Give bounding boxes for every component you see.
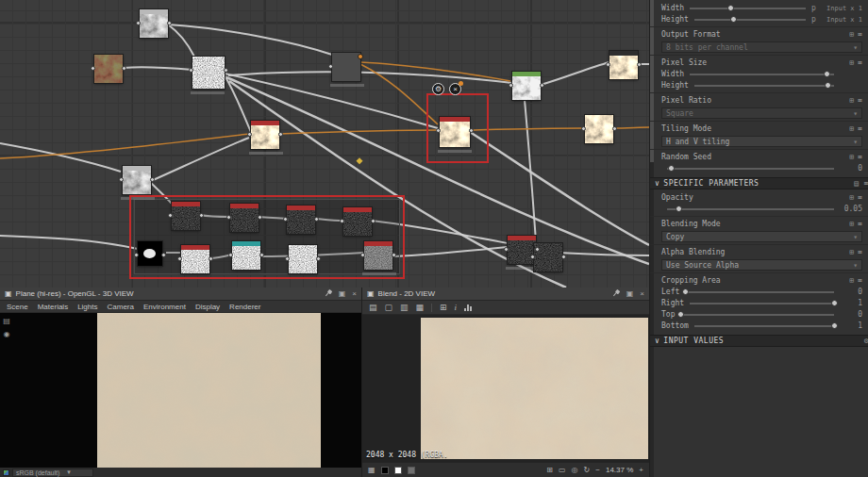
graph-node-noise-light-3[interactable] — [289, 245, 317, 273]
random-seed-slider[interactable] — [667, 165, 834, 173]
crop-right-slider[interactable] — [690, 300, 834, 307]
graph-node-marble[interactable] — [94, 55, 123, 83]
expose-icon[interactable]: ⊞ — [849, 276, 854, 285]
preset-icon[interactable]: ▤ — [854, 179, 859, 188]
graph-node-clouds-2[interactable] — [123, 166, 151, 194]
menu-lights[interactable]: Lights — [77, 303, 97, 311]
histogram-icon[interactable] — [464, 304, 472, 311]
black-background-swatch[interactable] — [381, 467, 389, 474]
size-link-label[interactable]: Input x 1 — [819, 16, 862, 24]
graph-node-output[interactable] — [512, 72, 541, 100]
height-slider[interactable] — [694, 16, 806, 24]
graph-node-uniform-color[interactable] — [332, 53, 360, 81]
camera-icon[interactable]: ◉ — [4, 330, 10, 338]
crop-bottom-slider[interactable] — [694, 322, 834, 330]
param-menu-icon[interactable]: ≡ — [858, 193, 862, 202]
graph-node-grunge-3[interactable] — [287, 206, 315, 234]
graph-node-blend-selected[interactable] — [440, 117, 470, 147]
export-image-icon[interactable]: ▥ — [400, 303, 409, 312]
tiling-mode-select[interactable]: H and V tiling ▾ — [661, 136, 862, 147]
view-3d-titlebar[interactable]: ▣ Plane (hi-res) - OpenGL - 3D VIEW ▣ × — [0, 288, 361, 301]
view-2d-titlebar[interactable]: ▣ Blend - 2D VIEW ▣ × — [362, 288, 649, 301]
section-specific-parameters[interactable]: ∨ SPECIFIC PARAMETERS ▤≡ — [650, 177, 868, 189]
expose-icon[interactable]: ⊞ — [849, 124, 854, 133]
panel-scrollbar[interactable] — [650, 0, 654, 477]
menu-renderer[interactable]: Renderer — [229, 303, 260, 311]
param-menu-icon[interactable]: ≡ — [858, 124, 862, 133]
pin-icon[interactable] — [323, 288, 334, 299]
param-menu-icon[interactable]: ≡ — [858, 30, 862, 39]
graph-node-shape-mask[interactable] — [138, 241, 162, 266]
node-graph-canvas[interactable]: ⚙ × — [0, 0, 649, 288]
graph-node-result[interactable] — [585, 115, 613, 143]
close-icon[interactable]: × — [640, 289, 644, 298]
white-background-swatch[interactable] — [394, 467, 402, 474]
pixel-ratio-select[interactable]: Square ▾ — [661, 107, 862, 119]
size-link-label[interactable]: Input x 1 — [819, 5, 862, 12]
menu-scene[interactable]: Scene — [7, 303, 28, 311]
info-icon[interactable]: i — [455, 303, 458, 312]
expose-icon[interactable]: ⊞ — [849, 220, 854, 228]
section-input-values[interactable]: ∨ INPUT VALUES ⚙ — [650, 335, 868, 347]
colorspace-select[interactable]: sRGB (default) ▾ — [12, 469, 93, 477]
expose-icon[interactable]: ⊞ — [849, 193, 854, 202]
checker-background-icon[interactable]: ▦ — [368, 466, 376, 474]
pin-icon[interactable] — [610, 288, 622, 299]
param-menu-icon[interactable]: ≡ — [858, 96, 862, 105]
zoom-out-button[interactable]: − — [595, 466, 600, 474]
expose-icon[interactable]: ⊞ — [849, 248, 854, 256]
param-menu-icon[interactable]: ≡ — [858, 248, 862, 256]
menu-display[interactable]: Display — [195, 303, 220, 311]
gear-icon[interactable]: ⚙ — [864, 337, 868, 345]
display-mode-icon[interactable]: ▤ — [3, 317, 10, 325]
graph-node-grunge-4[interactable] — [343, 207, 372, 236]
blending-mode-select[interactable]: Copy ▾ — [661, 231, 862, 242]
graph-node-grunge-5[interactable] — [508, 236, 536, 264]
channels-icon[interactable]: ▦ — [416, 303, 425, 312]
close-icon[interactable]: × — [352, 289, 357, 298]
pixel-height-slider[interactable] — [694, 82, 834, 90]
crop-top-slider[interactable] — [680, 311, 834, 319]
opacity-slider[interactable] — [667, 206, 834, 213]
pixel-width-slider[interactable] — [690, 71, 834, 78]
alpha-blending-select[interactable]: Use Source Alpha ▾ — [661, 259, 862, 271]
expose-icon[interactable]: ⊞ — [849, 96, 854, 105]
viewport-3d[interactable]: ▤ ◉ — [0, 313, 361, 468]
crop-left-slider[interactable] — [685, 288, 834, 296]
expose-icon[interactable]: ⊞ — [849, 30, 854, 39]
output-connector-dot[interactable] — [358, 54, 363, 59]
center-view-icon[interactable]: ◎ — [572, 466, 578, 474]
expose-icon[interactable]: ⊞ — [849, 153, 854, 161]
zoom-in-button[interactable]: + — [639, 466, 643, 474]
canvas-2d[interactable]: 2048 x 2048 (RGBA. — [362, 315, 649, 462]
menu-camera[interactable]: Camera — [108, 303, 134, 311]
param-menu-icon[interactable]: ≡ — [858, 58, 862, 67]
graph-node-noise-light-2[interactable] — [232, 241, 260, 270]
save-image-icon[interactable]: ▤ — [369, 303, 377, 312]
graph-node-beige[interactable] — [609, 51, 638, 79]
menu-environment[interactable]: Environment — [143, 303, 186, 311]
output-format-select[interactable]: 8 bits per channel ▾ — [661, 41, 862, 53]
graph-node-grunge-1[interactable] — [172, 202, 200, 230]
param-menu-icon[interactable]: ≡ — [858, 220, 862, 228]
reset-rotation-icon[interactable]: ↻ — [584, 466, 591, 474]
tiling-preview-icon[interactable]: ⊞ — [440, 303, 447, 312]
graph-node-noise-mid[interactable] — [364, 241, 392, 270]
param-menu-icon[interactable]: ≡ — [858, 276, 862, 285]
param-menu-icon[interactable]: ≡ — [858, 153, 862, 161]
copy-image-icon[interactable]: ▢ — [385, 303, 393, 312]
width-slider[interactable] — [690, 5, 806, 12]
expose-icon[interactable]: ⊞ — [849, 58, 854, 67]
graph-node-clouds[interactable] — [140, 9, 168, 38]
fit-view-icon[interactable]: ⊞ — [546, 466, 553, 474]
section-menu-icon[interactable]: ≡ — [864, 179, 868, 188]
graph-node-grunge-2[interactable] — [230, 204, 259, 232]
maximize-icon[interactable]: ▣ — [339, 289, 346, 298]
gray-background-swatch[interactable] — [408, 467, 415, 474]
menu-materials[interactable]: Materials — [38, 303, 68, 311]
view-3d-pin-icon[interactable]: ⚙ — [432, 83, 444, 95]
view-2d-pin-icon[interactable]: × — [449, 83, 461, 95]
graph-node-noise[interactable] — [192, 57, 225, 89]
graph-node-noise-light-1[interactable] — [181, 245, 209, 273]
actual-size-icon[interactable]: ▭ — [559, 466, 566, 474]
